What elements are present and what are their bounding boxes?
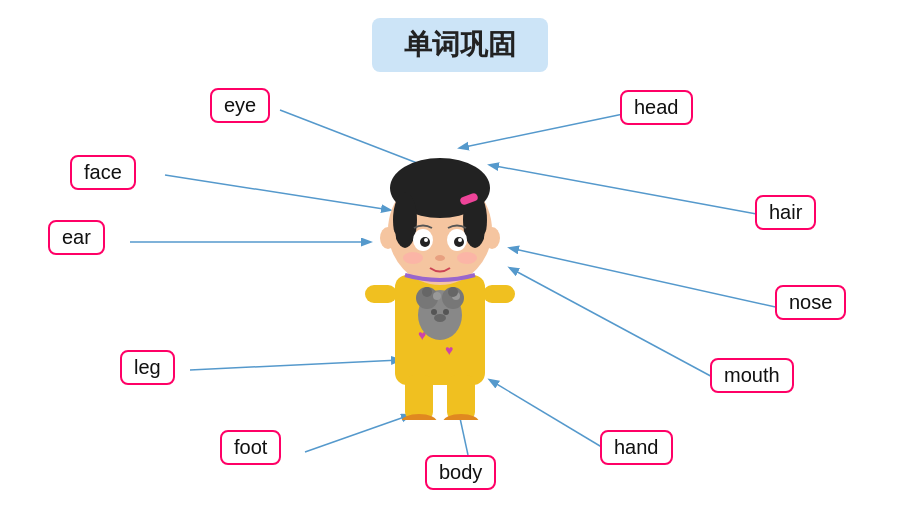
svg-point-40 [431, 309, 437, 315]
svg-rect-18 [365, 285, 397, 303]
label-body: body [425, 455, 496, 490]
character-figure: ♥ ♥ [350, 100, 530, 420]
svg-point-30 [424, 238, 428, 242]
svg-point-32 [435, 255, 445, 261]
label-leg: leg [120, 350, 175, 385]
label-hair: hair [755, 195, 816, 230]
label-ear: ear [48, 220, 105, 255]
svg-point-42 [434, 314, 446, 322]
label-eye: eye [210, 88, 270, 123]
svg-rect-19 [483, 285, 515, 303]
label-mouth: mouth [710, 358, 794, 393]
svg-point-31 [458, 238, 462, 242]
svg-point-46 [448, 287, 458, 297]
svg-line-9 [490, 165, 762, 215]
svg-point-41 [443, 309, 449, 315]
label-nose: nose [775, 285, 846, 320]
label-head: head [620, 90, 693, 125]
label-hand: hand [600, 430, 673, 465]
page-title: 单词巩固 [404, 29, 516, 60]
svg-point-33 [403, 252, 423, 264]
svg-point-43 [433, 292, 441, 300]
svg-point-34 [457, 252, 477, 264]
svg-point-36 [484, 227, 500, 249]
svg-text:♥: ♥ [445, 342, 453, 358]
svg-line-4 [305, 415, 410, 452]
label-face: face [70, 155, 136, 190]
svg-line-8 [510, 248, 780, 308]
svg-point-45 [422, 287, 432, 297]
svg-line-7 [510, 268, 718, 380]
title-box: 单词巩固 [372, 18, 548, 72]
svg-rect-12 [405, 375, 433, 420]
label-foot: foot [220, 430, 281, 465]
svg-point-35 [380, 227, 396, 249]
svg-rect-13 [447, 375, 475, 420]
